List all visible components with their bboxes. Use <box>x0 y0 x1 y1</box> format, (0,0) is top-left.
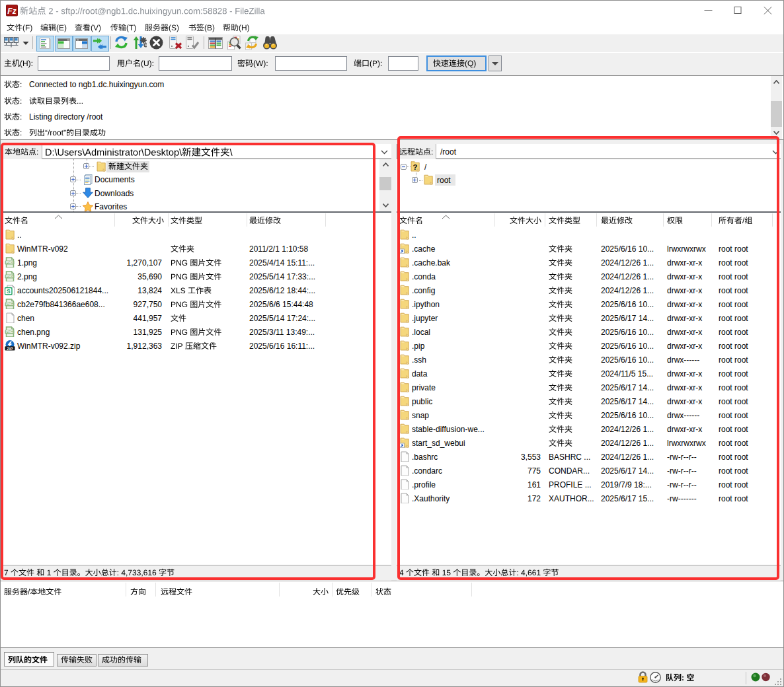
svg-text:Fz: Fz <box>7 7 16 16</box>
